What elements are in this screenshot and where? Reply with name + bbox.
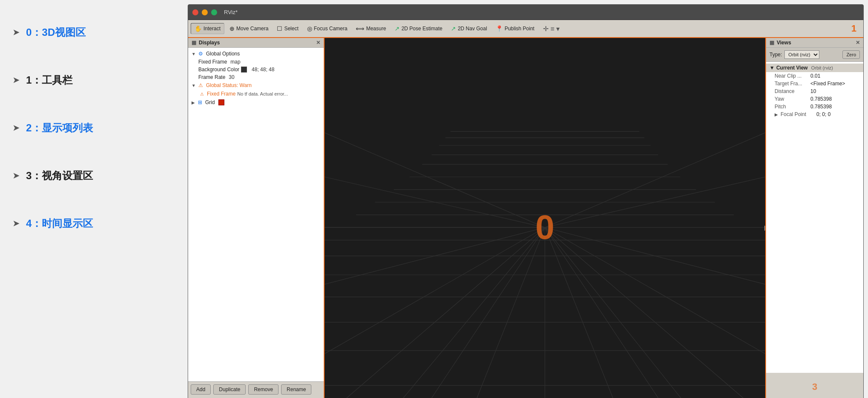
color-swatch [241,67,247,73]
views-current-view-type: Orbit (rviz) [811,65,833,70]
annotation-panel: ➤ 0：3D视图区 ➤ 1：工具栏 ➤ 2：显示项列表 ➤ 3：视角设置区 ➤ … [0,0,183,398]
interact-button[interactable]: ✋ Interact [191,23,224,34]
close-button[interactable] [192,9,198,15]
annotation-item-2: ➤ 2：显示项列表 [13,121,171,135]
near-clip-value: 0.01 [810,73,820,79]
minimize-button[interactable] [202,9,208,15]
annotation-item-3: ➤ 3：视角设置区 [13,169,171,183]
arrow-icon-1: ➤ [13,76,19,85]
measure-button[interactable]: ⟺ Measure [352,23,389,34]
near-clip-label: Near Clip ... [775,73,809,79]
views-zero-button[interactable]: Zero [842,50,860,59]
add-button[interactable]: Add [191,384,211,395]
focus-camera-button[interactable]: ◎ Focus Camera [304,23,351,34]
rename-button[interactable]: Rename [281,384,311,395]
move-camera-button[interactable]: ⊕ Move Camera [226,23,272,34]
publish-point-button[interactable]: 📍 Publish Point [492,23,538,34]
focus-camera-label: Focus Camera [314,26,348,32]
displays-close-icon[interactable]: ✕ [316,40,320,46]
grid-arrow: ▶ [192,100,195,105]
focal-point-arrow: ▶ [775,112,778,117]
views-num-label: 3 [766,373,863,398]
displays-panel: ▦ Displays ✕ ▼ ⚙ Global Options Fixed Fr… [188,38,325,398]
grid-checkbox[interactable] [218,99,224,105]
fixed-frame-warn-value: No tf data. Actual error... [237,91,288,96]
tree-global-options[interactable]: ▼ ⚙ Global Options [188,49,324,58]
views-panel-label: Views [777,40,791,46]
views-pitch[interactable]: Pitch 0.785398 [766,103,863,110]
fixed-frame-warn-icon: ⚠ [198,90,205,97]
2d-pose-button[interactable]: ↗ 2D Pose Estimate [391,23,446,34]
fixed-frame-warn-label: Fixed Frame [207,91,235,97]
views-type-label: Type: [769,52,782,58]
measure-label: Measure [366,26,386,32]
views-close-icon[interactable]: ✕ [856,40,860,46]
tree-frame-rate[interactable]: Frame Rate 30 [188,73,324,81]
toolbar-num-label: 1 [851,23,861,34]
arrow-icon-3: ➤ [13,171,19,180]
fixed-frame-label: Fixed Frame [198,59,227,65]
focal-point-value: 0; 0; 0 [816,111,830,117]
tree-fixed-frame[interactable]: Fixed Frame map [188,58,324,66]
window-title: RViz* [224,9,238,15]
2d-pose-label: 2D Pose Estimate [401,26,442,32]
focus-camera-icon: ◎ [307,25,312,32]
arrow-icon-2: ➤ [13,123,19,133]
displays-panel-label: Displays [199,40,220,46]
global-status-label: Global Status: Warn [206,82,252,88]
tree-background-color[interactable]: Background Color 48; 48; 48 [188,66,324,73]
global-status-icon: ⚠ [197,82,204,89]
annotation-text-0: 0：3D视图区 [26,26,86,39]
views-near-clip[interactable]: Near Clip ... 0.01 [766,72,863,80]
views-panel-icon: ▦ [769,40,774,46]
bg-color-value: 48; 48; 48 [252,67,274,73]
views-focal-point[interactable]: ▶ Focal Point 0; 0; 0 [766,110,863,118]
global-options-label: Global Options [206,51,240,57]
views-top: Type: Orbit (rviz) Zero [766,48,863,62]
grid-label: Grid [205,99,215,105]
viewport[interactable]: 0 ▶ [325,38,765,398]
tree-global-status[interactable]: ▼ ⚠ Global Status: Warn [188,81,324,90]
select-label: Select [284,26,298,32]
duplicate-button[interactable]: Duplicate [213,384,246,395]
distance-value: 10 [810,88,816,94]
tree-grid[interactable]: ▶ ⊞ Grid [188,98,324,107]
yaw-label: Yaw [775,96,809,102]
target-frame-value: <Fixed Frame> [810,81,845,87]
publish-point-label: Publish Point [505,26,534,32]
global-status-arrow: ▼ [192,83,196,88]
move-camera-icon: ⊕ [229,25,235,32]
views-type-select[interactable]: Orbit (rviz) [784,50,819,59]
displays-panel-header: ▦ Displays ✕ [188,38,324,48]
views-panel-header: ▦ Views ✕ [766,38,863,48]
viewport-num-label: 0 [535,208,554,247]
views-distance[interactable]: Distance 10 [766,87,863,95]
2d-nav-button[interactable]: ↗ 2D Nav Goal [447,23,491,34]
tree-fixed-frame-warn[interactable]: ⚠ Fixed Frame No tf data. Actual error..… [188,90,324,98]
views-current-view-header[interactable]: ▼ Current View Orbit (rviz) [766,64,863,72]
bg-color-label: Background Color [198,67,239,73]
move-camera-label: Move Camera [236,26,268,32]
remove-button[interactable]: Remove [248,384,279,395]
title-bar: RViz* [188,5,863,20]
pitch-label: Pitch [775,104,809,110]
target-frame-label: Target Fra... [775,81,809,87]
viewport-collapse-arrow[interactable]: ▶ [764,224,765,232]
publish-point-icon: 📍 [496,25,503,32]
views-yaw[interactable]: Yaw 0.785398 [766,95,863,103]
select-button[interactable]: ☐ Select [273,23,302,34]
distance-label: Distance [775,88,809,94]
interact-icon: ✋ [195,25,202,32]
annotation-text-4: 4：时间显示区 [26,217,93,230]
maximize-button[interactable] [211,9,217,15]
toolbar-extra-icons: ✛ ≡ ▾ [543,25,560,33]
interact-label: Interact [203,26,221,32]
pitch-value: 0.785398 [810,104,832,110]
focal-point-label: Focal Point [781,111,815,117]
views-current-view-label: Current View [776,65,808,71]
annotation-item-4: ➤ 4：时间显示区 [13,217,171,230]
views-target-frame[interactable]: Target Fra... <Fixed Frame> [766,80,863,87]
yaw-value: 0.785398 [810,96,832,102]
annotation-text-2: 2：显示项列表 [26,121,93,135]
measure-icon: ⟺ [356,25,364,32]
